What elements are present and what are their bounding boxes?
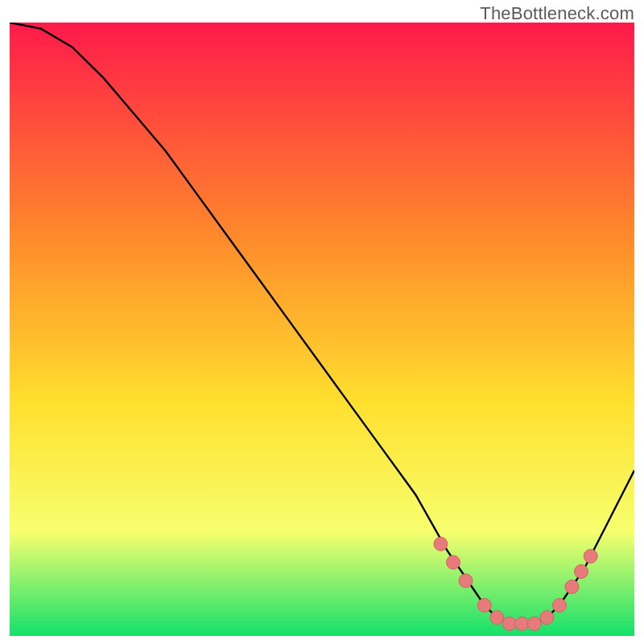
gradient-background [10, 23, 634, 636]
data-marker [477, 598, 491, 612]
data-marker [459, 574, 473, 588]
data-marker [584, 549, 597, 563]
data-marker [527, 617, 541, 630]
data-marker [515, 617, 529, 630]
data-marker [447, 555, 460, 569]
plot-area [10, 23, 634, 636]
data-marker [502, 617, 516, 630]
bottleneck-chart-svg [10, 23, 634, 636]
data-marker [552, 598, 566, 612]
data-marker [434, 537, 448, 551]
data-marker [490, 611, 504, 625]
watermark-label: TheBottleneck.com [480, 3, 634, 24]
data-marker [540, 611, 554, 625]
chart-frame: TheBottleneck.com [0, 0, 644, 644]
data-marker [565, 580, 579, 594]
data-marker [575, 565, 588, 579]
